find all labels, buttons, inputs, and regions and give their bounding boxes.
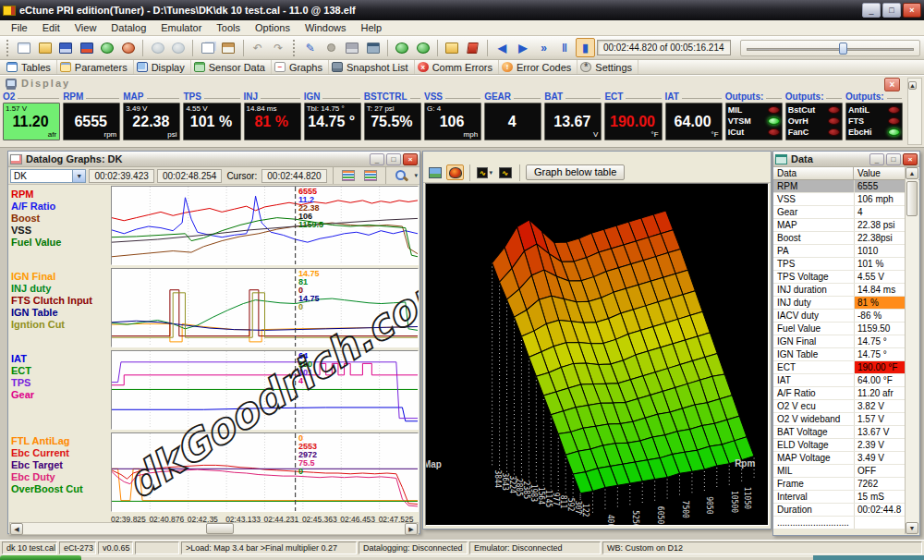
data-table-row[interactable]: ELD Voltage2.39 V xyxy=(773,439,906,452)
data-table-row[interactable]: IGN Final14.75 ° xyxy=(773,335,906,348)
trace-style-2-button[interactable]: ∿ xyxy=(496,164,514,180)
start-button-edge[interactable] xyxy=(0,555,81,560)
legend-item[interactable]: Ebc Current xyxy=(11,447,111,459)
nav-snapshot-button[interactable]: Snapshot List xyxy=(329,60,415,74)
table-view-button[interactable] xyxy=(363,38,383,57)
menu-help[interactable]: Help xyxy=(354,21,390,34)
legend-item[interactable]: OverBoost Cut xyxy=(11,483,111,495)
data-table-row[interactable]: Gear4 xyxy=(773,206,906,219)
toolbar-grip[interactable] xyxy=(6,40,10,56)
datalog-plot-4[interactable]: 02553297275.50 xyxy=(111,432,419,512)
slider-thumb[interactable] xyxy=(839,43,847,55)
legend-item[interactable]: FTL AntiLag xyxy=(11,435,111,447)
data-table-row[interactable]: MAP22.38 psi xyxy=(773,219,906,232)
datalog-close-button[interactable]: × xyxy=(403,153,418,165)
menu-file[interactable]: File xyxy=(4,21,35,34)
legend-item[interactable]: Ebc Target xyxy=(11,459,111,471)
close-button[interactable]: × xyxy=(903,3,921,18)
nav-tables-button[interactable]: Tables xyxy=(4,60,57,74)
data-table-row[interactable]: PA1010 xyxy=(773,245,906,258)
series-config-button[interactable] xyxy=(360,166,380,186)
data-table-row[interactable]: BAT Voltage13.67 V xyxy=(773,426,906,439)
menu-view[interactable]: View xyxy=(67,21,104,34)
save-file-button[interactable] xyxy=(56,38,76,57)
data-table-row[interactable]: ECT190.00 °F xyxy=(773,361,906,374)
zoom-button[interactable] xyxy=(392,166,411,186)
legend-item[interactable]: IAT xyxy=(11,353,111,365)
legend-item[interactable]: Gear xyxy=(11,389,111,401)
record-button[interactable] xyxy=(322,38,341,57)
toolbar-overflow-icon[interactable]: ▾ xyxy=(415,172,419,179)
menu-datalog[interactable]: Datalog xyxy=(103,21,153,34)
data-table-row[interactable]: Fuel Value1159.50 xyxy=(773,323,906,335)
legend-item[interactable]: VSS xyxy=(11,225,111,237)
data-titlebar[interactable]: Data _ □ × xyxy=(773,152,919,167)
legend-item[interactable]: Ebc Duty xyxy=(11,471,111,483)
legend-item[interactable]: RPM xyxy=(11,189,111,201)
nav-graphs-button[interactable]: ~Graphs xyxy=(272,60,329,74)
data-maximize-button[interactable]: □ xyxy=(886,153,901,165)
chart-image-button[interactable] xyxy=(426,164,444,180)
datalog-maximize-button[interactable]: □ xyxy=(386,153,401,165)
data-table-row[interactable]: Duration00:02:44.8 xyxy=(773,504,906,517)
refresh-button[interactable] xyxy=(413,38,432,57)
data-table-row[interactable]: IAT64.00 °F xyxy=(773,374,906,387)
datalog-titlebar[interactable]: Datalog Graphs: DK _ □ × xyxy=(8,152,419,167)
data-table-row[interactable]: IGN Table14.75 ° xyxy=(773,348,906,361)
fast-forward-button[interactable]: » xyxy=(534,38,553,57)
menu-windows[interactable]: Windows xyxy=(298,21,354,34)
column-header-value[interactable]: Value xyxy=(854,167,906,179)
nav-comm-button[interactable]: xComm Errors xyxy=(415,60,499,74)
vscroll-thumb[interactable] xyxy=(906,181,918,216)
series-list-button[interactable] xyxy=(339,166,359,186)
cursor-time-field[interactable]: 00:02:44.820 xyxy=(261,169,327,183)
data-table-row[interactable]: ............................ xyxy=(773,517,906,530)
legend-item[interactable]: INJ duty xyxy=(11,283,111,295)
nav-codes-button[interactable]: !Error Codes xyxy=(499,60,578,74)
data-table-row[interactable]: TPS101 % xyxy=(773,258,906,271)
nav-sensor-button[interactable]: Sensor Data xyxy=(191,60,272,74)
data-minimize-button[interactable]: _ xyxy=(869,153,884,165)
data-table-row[interactable]: Frame7262 xyxy=(773,478,906,491)
legend-item[interactable]: Igntion Cut xyxy=(11,319,111,331)
step-back-button[interactable]: ◀ xyxy=(492,38,512,57)
edit-mode-button[interactable]: ✎ xyxy=(301,38,321,57)
data-table-row[interactable]: INJ duty81 % xyxy=(773,297,906,310)
data-close-button[interactable]: × xyxy=(903,153,918,165)
data-table-row[interactable]: MILOFF xyxy=(773,465,906,478)
export-button[interactable] xyxy=(119,38,139,57)
nav-params-button[interactable]: Parameters xyxy=(57,60,134,74)
upload-button[interactable] xyxy=(393,38,412,57)
legend-item[interactable]: Fuel Value xyxy=(11,237,111,249)
data-table-row[interactable]: RPM6555 xyxy=(773,180,906,193)
scroll-down-icon[interactable]: ▼ xyxy=(906,522,918,534)
data-table-row[interactable]: INJ duration14.84 ms xyxy=(773,284,906,297)
menu-emulator[interactable]: Emulator xyxy=(153,21,209,34)
online-sync-button[interactable] xyxy=(169,38,188,57)
chevron-down-icon[interactable]: ▼ xyxy=(72,170,85,182)
range-end-field[interactable]: 00:02:48.254 xyxy=(157,169,223,183)
data-table-row[interactable]: Interval15 mS xyxy=(773,491,906,504)
data-table-row[interactable]: MAP Voltage3.49 V xyxy=(773,452,906,465)
open-log-button[interactable] xyxy=(443,38,462,57)
legend-item[interactable]: ECT xyxy=(11,365,111,377)
hscroll-thumb[interactable] xyxy=(206,523,234,534)
nav-settings-button[interactable]: *Settings xyxy=(578,60,638,74)
menu-tools[interactable]: Tools xyxy=(209,21,248,34)
save-as-button[interactable] xyxy=(78,38,97,57)
playback-slider[interactable] xyxy=(740,40,920,56)
play-button[interactable]: ▶ xyxy=(514,38,533,57)
online-button[interactable] xyxy=(148,38,167,57)
scroll-up-icon[interactable]: ▲ xyxy=(908,81,917,90)
graph-below-table-button[interactable]: Graph below table xyxy=(526,164,625,180)
datalog-plot-3[interactable]: 641901014 xyxy=(111,350,419,430)
redo-button[interactable]: ↷ xyxy=(269,38,288,57)
scroll-left-icon[interactable]: ◀ xyxy=(10,523,23,535)
data-table-row[interactable]: IACV duty-86 % xyxy=(773,310,906,323)
data-table-row[interactable]: VSS106 mph xyxy=(773,193,906,206)
undo-button[interactable]: ↶ xyxy=(249,38,268,57)
range-start-field[interactable]: 00:02:39.423 xyxy=(89,169,154,183)
restore-button[interactable]: □ xyxy=(882,3,901,18)
nav-display-button[interactable]: Display xyxy=(134,60,191,74)
data-table-row[interactable]: O2 V ecu3.82 V xyxy=(773,400,906,413)
